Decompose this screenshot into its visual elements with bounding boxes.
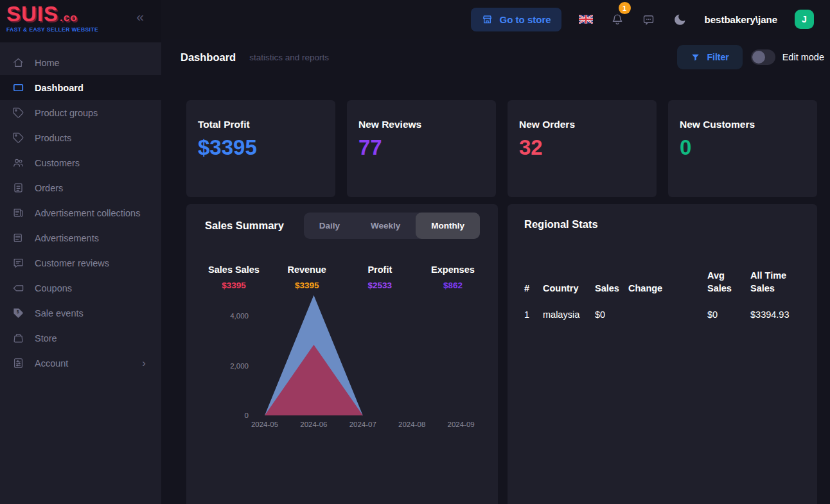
- tab-weekly[interactable]: Weekly: [355, 213, 416, 239]
- topbar: SUIS.co FAST & EASY SELLER WEBSITE « Go …: [0, 0, 830, 39]
- edit-mode-toggle[interactable]: [751, 49, 775, 65]
- sales-summary-title: Sales Summary: [205, 220, 284, 232]
- svg-text:0: 0: [245, 412, 249, 419]
- svg-text:2024-08: 2024-08: [398, 421, 425, 428]
- sidebar-item-products[interactable]: Products: [0, 125, 161, 150]
- coupon-icon: [12, 282, 24, 294]
- dark-mode-toggle[interactable]: [673, 12, 687, 27]
- table-header-row: #CountrySalesChangeAvg SalesAll Time Sal…: [524, 269, 800, 295]
- stat-card-label: New Orders: [519, 119, 657, 130]
- stat-card-label: Total Profit: [198, 119, 335, 130]
- tag-icon: [12, 132, 24, 144]
- sales-stat-value: $3395: [206, 281, 262, 290]
- sidebar-item-product-groups[interactable]: Product groups: [0, 100, 161, 125]
- toggle-knob: [752, 51, 765, 64]
- sales-stat-label: Profit: [351, 265, 408, 275]
- sidebar-item-advertisement-collections[interactable]: Advertisement collections: [0, 200, 161, 225]
- tab-daily[interactable]: Daily: [304, 213, 355, 239]
- avatar[interactable]: J: [795, 10, 814, 29]
- column-header: All Time Sales: [750, 269, 800, 295]
- sales-chart: 02,0004,0002024-052024-062024-072024-082…: [195, 290, 498, 435]
- sales-stat-label: Revenue: [279, 265, 335, 275]
- sales-stat-value: $3395: [279, 281, 335, 290]
- sidebar-item-sale-events[interactable]: $Sale events: [0, 300, 161, 326]
- sidebar-item-orders[interactable]: Orders: [0, 175, 161, 200]
- column-header: Sales: [595, 282, 628, 295]
- sales-stat-label: Sales Sales: [206, 265, 262, 275]
- sidebar-item-label: Sale events: [35, 308, 84, 318]
- sidebar-item-label: Store: [35, 333, 57, 343]
- sales-stat-expenses: Expenses$862: [425, 265, 481, 290]
- go-to-store-button[interactable]: Go to store: [471, 8, 561, 31]
- svg-text:2024-09: 2024-09: [447, 421, 474, 428]
- stat-cards-row: Total Profit$3395New Reviews77New Orders…: [186, 100, 830, 197]
- svg-text:$: $: [17, 309, 19, 315]
- sidebar-header: SUIS.co FAST & EASY SELLER WEBSITE «: [0, 0, 161, 42]
- sidebar-item-home[interactable]: Home: [0, 50, 161, 75]
- brand-suffix: .co: [60, 12, 78, 24]
- bottom-row: Sales Summary DailyWeeklyMonthly Sales S…: [186, 204, 830, 504]
- tab-monthly[interactable]: Monthly: [416, 213, 480, 239]
- store-icon: [12, 332, 24, 344]
- orders-icon: [12, 182, 24, 194]
- stat-card-value: 0: [680, 135, 817, 160]
- column-header: #: [524, 282, 543, 295]
- tag-icon: [12, 107, 24, 119]
- stat-card-value: 77: [358, 135, 496, 160]
- notifications-button[interactable]: 1: [610, 12, 624, 26]
- main-content: Dashboard statistics and reports Filter …: [161, 39, 830, 504]
- sales-stats-row: Sales Sales$3395Revenue$3395Profit$2533E…: [186, 265, 498, 290]
- edit-mode-label: Edit mode: [782, 52, 824, 62]
- sidebar-item-label: Customer reviews: [35, 258, 109, 268]
- bell-icon: [610, 12, 624, 26]
- cell-rank: 1: [524, 309, 543, 320]
- ads-collection-icon: [12, 207, 24, 219]
- sales-stat-profit: Profit$2533: [351, 265, 408, 290]
- sidebar-item-store[interactable]: Store: [0, 326, 161, 351]
- sales-stat-label: Expenses: [425, 265, 481, 275]
- svg-text:2024-06: 2024-06: [300, 421, 327, 428]
- stat-card-new-customers: New Customers0: [668, 100, 817, 197]
- sidebar-item-customer-reviews[interactable]: Customer reviews: [0, 250, 161, 275]
- column-header: Change: [628, 282, 707, 295]
- page-subtitle: statistics and reports: [249, 53, 329, 62]
- svg-text:2024-05: 2024-05: [251, 421, 278, 428]
- language-flag-icon[interactable]: [579, 15, 593, 24]
- sidebar-item-label: Product groups: [35, 108, 98, 118]
- username[interactable]: bestbakery\jane: [705, 14, 777, 25]
- sidebar-item-dashboard[interactable]: Dashboard: [0, 75, 161, 100]
- stat-card-label: New Customers: [680, 119, 817, 130]
- sidebar-item-customers[interactable]: Customers: [0, 150, 161, 175]
- cell-sales: $0: [595, 309, 628, 320]
- chevron-right-icon: ›: [142, 357, 146, 370]
- cell-avg-sales: $0: [707, 309, 750, 320]
- svg-text:2,000: 2,000: [230, 362, 249, 370]
- sales-period-tabs: DailyWeeklyMonthly: [304, 213, 480, 239]
- regional-stats-card: Regional Stats #CountrySalesChangeAvg Sa…: [508, 204, 817, 504]
- sale-icon: $: [12, 307, 24, 319]
- stat-card-new-orders: New Orders32: [508, 100, 657, 197]
- customers-icon: [12, 157, 24, 169]
- sidebar-item-advertisements[interactable]: Advertisements: [0, 225, 161, 250]
- account-icon: [12, 357, 24, 369]
- stat-card-total-profit: Total Profit$3395: [186, 100, 335, 197]
- stat-card-value: $3395: [198, 135, 335, 160]
- sidebar-item-label: Home: [35, 58, 60, 68]
- page-header: Dashboard statistics and reports Filter …: [161, 39, 830, 76]
- stat-card-value: 32: [519, 135, 657, 160]
- column-header: Country: [543, 282, 595, 295]
- messages-button[interactable]: [642, 13, 655, 26]
- stat-card-new-reviews: New Reviews77: [347, 100, 496, 197]
- filter-funnel-icon: [691, 53, 700, 62]
- sidebar: HomeDashboardProduct groupsProductsCusto…: [0, 39, 161, 504]
- filter-button[interactable]: Filter: [677, 45, 742, 69]
- page-title: Dashboard: [181, 51, 236, 64]
- sidebar-collapse-icon[interactable]: «: [136, 9, 144, 24]
- sidebar-item-coupons[interactable]: Coupons: [0, 275, 161, 300]
- ads-icon: [12, 232, 24, 244]
- topbar-actions: Go to store 1 bestbakery\jane J: [161, 0, 830, 39]
- sidebar-item-label: Products: [35, 133, 71, 143]
- sidebar-item-account[interactable]: Account›: [0, 351, 161, 376]
- cell-all-time-sales: $3394.93: [750, 309, 800, 320]
- sidebar-item-label: Customers: [35, 158, 80, 168]
